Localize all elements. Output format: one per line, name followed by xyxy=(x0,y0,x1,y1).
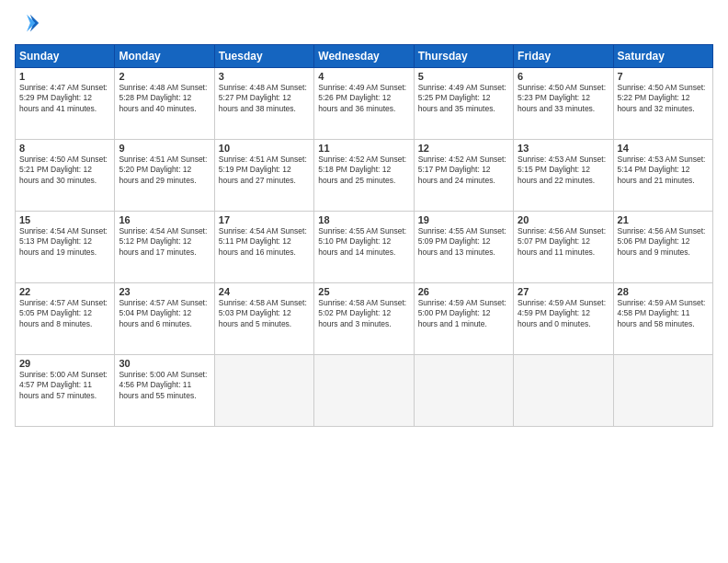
day-info: Sunrise: 4:53 AM Sunset: 5:14 PM Dayligh… xyxy=(618,155,709,186)
day-number: 15 xyxy=(19,214,110,225)
calendar-day-cell: 28Sunrise: 4:59 AM Sunset: 4:58 PM Dayli… xyxy=(613,283,712,355)
day-number: 28 xyxy=(618,286,709,297)
day-info: Sunrise: 4:54 AM Sunset: 5:13 PM Dayligh… xyxy=(19,226,110,258)
calendar-day-cell: 25Sunrise: 4:58 AM Sunset: 5:02 PM Dayli… xyxy=(314,283,414,355)
calendar-day-cell: 1Sunrise: 4:47 AM Sunset: 5:29 PM Daylig… xyxy=(16,68,115,140)
calendar-header-row: SundayMondayTuesdayWednesdayThursdayFrid… xyxy=(16,45,713,68)
calendar-day-cell: 14Sunrise: 4:53 AM Sunset: 5:14 PM Dayli… xyxy=(613,140,712,212)
calendar-day-cell: 23Sunrise: 4:57 AM Sunset: 5:04 PM Dayli… xyxy=(115,283,214,355)
page-container: SundayMondayTuesdayWednesdayThursdayFrid… xyxy=(0,0,728,438)
day-info: Sunrise: 4:50 AM Sunset: 5:21 PM Dayligh… xyxy=(19,155,110,186)
day-info: Sunrise: 4:56 AM Sunset: 5:06 PM Dayligh… xyxy=(618,226,709,258)
day-number: 12 xyxy=(418,143,509,154)
day-info: Sunrise: 4:49 AM Sunset: 5:25 PM Dayligh… xyxy=(418,83,509,114)
day-info: Sunrise: 4:57 AM Sunset: 5:05 PM Dayligh… xyxy=(19,298,110,329)
calendar-header-cell: Sunday xyxy=(16,45,115,68)
day-number: 5 xyxy=(418,71,509,82)
calendar-day-cell: 13Sunrise: 4:53 AM Sunset: 5:15 PM Dayli… xyxy=(514,140,613,212)
calendar-week-row: 29Sunrise: 5:00 AM Sunset: 4:57 PM Dayli… xyxy=(16,355,713,427)
logo xyxy=(15,11,44,37)
calendar-table: SundayMondayTuesdayWednesdayThursdayFrid… xyxy=(15,44,713,427)
calendar-day-cell: 22Sunrise: 4:57 AM Sunset: 5:05 PM Dayli… xyxy=(16,283,115,355)
day-info: Sunrise: 4:55 AM Sunset: 5:09 PM Dayligh… xyxy=(418,226,509,258)
day-info: Sunrise: 4:47 AM Sunset: 5:29 PM Dayligh… xyxy=(19,83,110,114)
day-number: 29 xyxy=(19,358,110,369)
calendar-day-cell: 9Sunrise: 4:51 AM Sunset: 5:20 PM Daylig… xyxy=(115,140,214,212)
calendar-day-cell: 3Sunrise: 4:48 AM Sunset: 5:27 PM Daylig… xyxy=(214,68,313,140)
calendar-week-row: 15Sunrise: 4:54 AM Sunset: 5:13 PM Dayli… xyxy=(16,212,713,283)
day-number: 4 xyxy=(318,71,409,82)
day-info: Sunrise: 4:59 AM Sunset: 4:58 PM Dayligh… xyxy=(618,298,709,329)
calendar-week-row: 1Sunrise: 4:47 AM Sunset: 5:29 PM Daylig… xyxy=(16,68,713,140)
day-info: Sunrise: 4:50 AM Sunset: 5:22 PM Dayligh… xyxy=(618,83,709,114)
day-info: Sunrise: 4:51 AM Sunset: 5:19 PM Dayligh… xyxy=(219,155,310,186)
calendar-header-cell: Tuesday xyxy=(214,45,313,68)
calendar-day-cell: 21Sunrise: 4:56 AM Sunset: 5:06 PM Dayli… xyxy=(613,212,712,283)
day-number: 6 xyxy=(518,71,609,82)
calendar-day-cell xyxy=(613,355,712,427)
calendar-header-cell: Monday xyxy=(115,45,214,68)
day-number: 3 xyxy=(219,71,310,82)
calendar-day-cell xyxy=(414,355,513,427)
day-info: Sunrise: 4:52 AM Sunset: 5:17 PM Dayligh… xyxy=(418,155,509,186)
day-info: Sunrise: 4:54 AM Sunset: 5:12 PM Dayligh… xyxy=(119,226,210,258)
calendar-body: 1Sunrise: 4:47 AM Sunset: 5:29 PM Daylig… xyxy=(16,68,713,427)
day-number: 18 xyxy=(318,214,409,225)
day-number: 16 xyxy=(119,214,210,225)
calendar-day-cell: 27Sunrise: 4:59 AM Sunset: 4:59 PM Dayli… xyxy=(514,283,613,355)
day-info: Sunrise: 5:00 AM Sunset: 4:57 PM Dayligh… xyxy=(19,370,110,401)
calendar-day-cell xyxy=(514,355,613,427)
day-number: 20 xyxy=(518,214,609,225)
day-info: Sunrise: 4:57 AM Sunset: 5:04 PM Dayligh… xyxy=(119,298,210,329)
calendar-day-cell: 8Sunrise: 4:50 AM Sunset: 5:21 PM Daylig… xyxy=(16,140,115,212)
calendar-day-cell: 16Sunrise: 4:54 AM Sunset: 5:12 PM Dayli… xyxy=(115,212,214,283)
calendar-header-cell: Thursday xyxy=(414,45,513,68)
day-number: 7 xyxy=(618,71,709,82)
calendar-header-cell: Saturday xyxy=(613,45,712,68)
calendar-day-cell: 29Sunrise: 5:00 AM Sunset: 4:57 PM Dayli… xyxy=(16,355,115,427)
calendar-day-cell: 5Sunrise: 4:49 AM Sunset: 5:25 PM Daylig… xyxy=(414,68,513,140)
calendar-day-cell: 18Sunrise: 4:55 AM Sunset: 5:10 PM Dayli… xyxy=(314,212,414,283)
calendar-day-cell: 24Sunrise: 4:58 AM Sunset: 5:03 PM Dayli… xyxy=(214,283,313,355)
day-number: 24 xyxy=(219,286,310,297)
day-info: Sunrise: 4:59 AM Sunset: 5:00 PM Dayligh… xyxy=(418,298,509,329)
day-number: 22 xyxy=(19,286,110,297)
day-number: 27 xyxy=(518,286,609,297)
calendar-week-row: 22Sunrise: 4:57 AM Sunset: 5:05 PM Dayli… xyxy=(16,283,713,355)
day-info: Sunrise: 4:54 AM Sunset: 5:11 PM Dayligh… xyxy=(219,226,310,258)
day-number: 25 xyxy=(318,286,409,297)
day-info: Sunrise: 4:55 AM Sunset: 5:10 PM Dayligh… xyxy=(318,226,409,258)
day-info: Sunrise: 4:53 AM Sunset: 5:15 PM Dayligh… xyxy=(518,155,609,186)
day-number: 10 xyxy=(219,143,310,154)
calendar-day-cell: 17Sunrise: 4:54 AM Sunset: 5:11 PM Dayli… xyxy=(214,212,313,283)
day-info: Sunrise: 4:56 AM Sunset: 5:07 PM Dayligh… xyxy=(518,226,609,258)
calendar-header-cell: Wednesday xyxy=(314,45,414,68)
day-number: 21 xyxy=(618,214,709,225)
day-number: 30 xyxy=(119,358,210,369)
day-info: Sunrise: 4:58 AM Sunset: 5:03 PM Dayligh… xyxy=(219,298,310,329)
day-info: Sunrise: 4:58 AM Sunset: 5:02 PM Dayligh… xyxy=(318,298,409,329)
day-number: 19 xyxy=(418,214,509,225)
day-number: 1 xyxy=(19,71,110,82)
calendar-day-cell xyxy=(214,355,313,427)
day-number: 14 xyxy=(618,143,709,154)
day-info: Sunrise: 4:48 AM Sunset: 5:28 PM Dayligh… xyxy=(119,83,210,114)
calendar-day-cell xyxy=(314,355,414,427)
day-number: 13 xyxy=(518,143,609,154)
calendar-day-cell: 20Sunrise: 4:56 AM Sunset: 5:07 PM Dayli… xyxy=(514,212,613,283)
logo-icon xyxy=(15,11,40,37)
day-number: 17 xyxy=(219,214,310,225)
calendar-day-cell: 4Sunrise: 4:49 AM Sunset: 5:26 PM Daylig… xyxy=(314,68,414,140)
day-info: Sunrise: 4:48 AM Sunset: 5:27 PM Dayligh… xyxy=(219,83,310,114)
calendar-day-cell: 30Sunrise: 5:00 AM Sunset: 4:56 PM Dayli… xyxy=(115,355,214,427)
header xyxy=(15,11,713,37)
calendar-day-cell: 12Sunrise: 4:52 AM Sunset: 5:17 PM Dayli… xyxy=(414,140,513,212)
calendar-week-row: 8Sunrise: 4:50 AM Sunset: 5:21 PM Daylig… xyxy=(16,140,713,212)
day-info: Sunrise: 4:52 AM Sunset: 5:18 PM Dayligh… xyxy=(318,155,409,186)
day-info: Sunrise: 4:50 AM Sunset: 5:23 PM Dayligh… xyxy=(518,83,609,114)
day-number: 26 xyxy=(418,286,509,297)
day-number: 2 xyxy=(119,71,210,82)
day-number: 23 xyxy=(119,286,210,297)
day-number: 8 xyxy=(19,143,110,154)
calendar-day-cell: 6Sunrise: 4:50 AM Sunset: 5:23 PM Daylig… xyxy=(514,68,613,140)
